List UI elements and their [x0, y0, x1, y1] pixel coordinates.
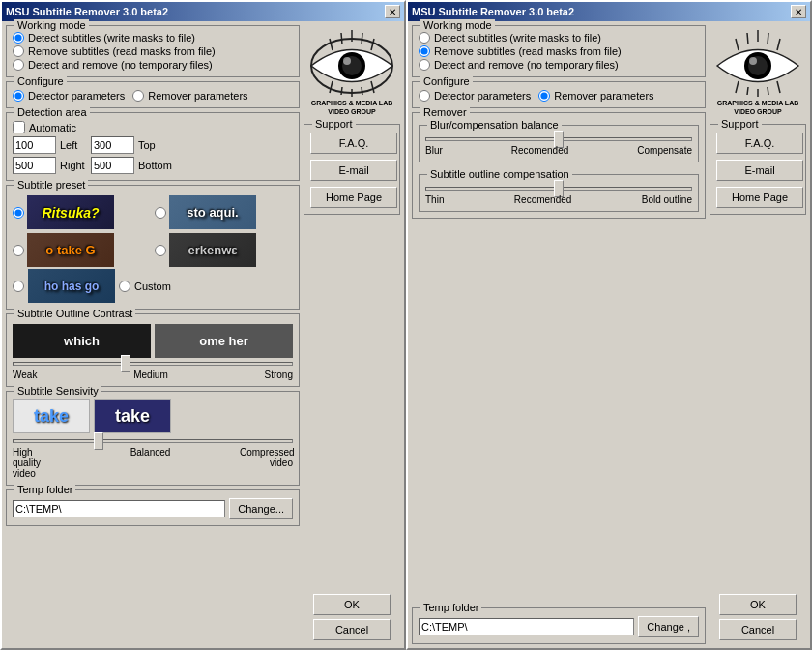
preset-radio-4[interactable]	[155, 245, 166, 256]
right-detect-label: Detect subtitles (write masks to file)	[434, 32, 601, 44]
right-change-button[interactable]: Change ,	[638, 616, 699, 637]
right-temp-folder-input[interactable]	[419, 618, 634, 635]
right-blur-balance-title: Blur/compensation balance	[427, 119, 562, 131]
right-support-title: Support	[718, 118, 762, 130]
left-contrast-slider[interactable]	[13, 362, 293, 366]
preset-thumb-2[interactable]: sto aqui.	[169, 195, 256, 229]
right-ok-button[interactable]: OK	[719, 594, 797, 615]
left-coord-bottom-input[interactable]: 500	[91, 157, 134, 174]
right-remover-radio-label[interactable]: Remover parameters	[538, 90, 653, 102]
preset-thumb-1[interactable]: Ritsuka?	[27, 195, 114, 229]
right-support-group: Support F.A.Q. E-mail Home Page	[710, 124, 806, 215]
left-temp-folder-group: Temp folder Change...	[6, 489, 300, 526]
left-automatic-checkbox-label[interactable]: Automatic	[13, 121, 293, 133]
right-close-button[interactable]: ✕	[791, 5, 806, 18]
preset-radio-5[interactable]	[13, 281, 24, 292]
left-detect-label: Detect subtitles (write masks to file)	[28, 32, 195, 44]
left-faq-button[interactable]: F.A.Q.	[310, 133, 397, 154]
left-remove-label: Remove subtitles (read masks from file)	[28, 45, 216, 57]
preset-item-3: o take G	[13, 233, 151, 267]
svg-line-21	[777, 39, 780, 50]
left-detect-radio[interactable]	[13, 32, 24, 44]
left-logo-icon	[308, 29, 395, 97]
right-configure-title: Configure	[420, 75, 473, 87]
left-coord-right-input[interactable]: 500	[13, 157, 56, 174]
preset-radio-2[interactable]	[155, 207, 166, 219]
left-detector-radio[interactable]	[13, 90, 24, 102]
left-contrast-group: Subtitle Outline Contrast which ome her …	[6, 313, 300, 387]
right-faq-button[interactable]: F.A.Q.	[716, 133, 803, 154]
left-configure-title: Configure	[14, 75, 67, 87]
left-cancel-button[interactable]: Cancel	[313, 619, 391, 640]
left-close-button[interactable]: ✕	[385, 5, 400, 18]
left-coord-top-input[interactable]: 300	[91, 136, 134, 154]
left-automatic-checkbox[interactable]	[13, 121, 25, 133]
left-right-label: Right	[60, 160, 87, 171]
left-email-button[interactable]: E-mail	[310, 160, 397, 181]
right-detect-radio[interactable]	[419, 32, 430, 44]
preset-item-1: Ritsuka?	[13, 195, 151, 229]
preset-thumb-3[interactable]: o take G	[27, 233, 114, 267]
left-working-mode-group: Working mode Detect subtitles (write mas…	[6, 25, 300, 77]
right-cancel-button[interactable]: Cancel	[719, 619, 797, 640]
right-detect-remove-radio[interactable]	[419, 59, 430, 71]
svg-line-23	[747, 87, 748, 95]
left-detect-remove-radio[interactable]	[13, 59, 24, 71]
right-temp-folder-group: Temp folder Change ,	[412, 607, 706, 644]
preset-thumb-4[interactable]: erkenwε	[169, 233, 256, 267]
right-outline-comp-title: Subtitle outline compensation	[427, 168, 572, 180]
left-detection-area-title: Detection area	[14, 106, 90, 118]
right-detect-remove-radio-label[interactable]: Detect and remove (no temporary files)	[419, 59, 699, 71]
left-temp-folder-title: Temp folder	[14, 484, 75, 495]
left-title-text: MSU Subtitle Remover 3.0 beta2	[6, 6, 168, 17]
left-support-group: Support F.A.Q. E-mail Home Page	[304, 124, 400, 215]
right-remove-radio-label[interactable]: Remove subtitles (read masks from file)	[419, 45, 699, 57]
right-configure-group: Configure Detector parameters Remover pa…	[412, 81, 706, 108]
left-remover-radio-label[interactable]: Remover parameters	[132, 90, 247, 102]
left-sensivity-slider[interactable]	[13, 439, 293, 443]
right-logo-text: GRAPHICS & MEDIA LABVIDEO GROUP	[717, 99, 799, 116]
left-ok-button[interactable]: OK	[313, 594, 391, 615]
preset-thumb-text-5: ho has go	[44, 280, 100, 293]
left-detect-remove-radio-label[interactable]: Detect and remove (no temporary files)	[13, 59, 293, 71]
svg-line-17	[736, 39, 739, 50]
left-homepage-button[interactable]: Home Page	[310, 187, 397, 208]
left-remove-radio[interactable]	[13, 45, 24, 57]
left-remove-radio-label[interactable]: Remove subtitles (read masks from file)	[13, 45, 293, 57]
right-blur-slider[interactable]	[425, 137, 692, 141]
right-remove-radio[interactable]	[419, 45, 430, 57]
left-change-button[interactable]: Change...	[229, 498, 293, 519]
contrast-label-medium: Medium	[133, 369, 168, 380]
svg-line-5	[341, 33, 342, 44]
blur-label-blur: Blur	[425, 145, 443, 156]
left-detect-remove-label: Detect and remove (no temporary files)	[28, 59, 213, 71]
preset-radio-1[interactable]	[13, 207, 24, 219]
right-outline-slider[interactable]	[425, 187, 692, 191]
preset-radio-custom[interactable]	[119, 281, 130, 292]
sensivity-thumb-left: take	[13, 399, 90, 433]
svg-line-9	[330, 81, 333, 93]
preset-radio-3[interactable]	[13, 245, 24, 256]
left-remover-radio[interactable]	[132, 90, 144, 102]
right-email-button[interactable]: E-mail	[716, 160, 803, 181]
left-detect-radio-label[interactable]: Detect subtitles (write masks to file)	[13, 32, 293, 44]
left-left-label: Left	[60, 139, 87, 151]
right-detector-radio[interactable]	[419, 90, 430, 102]
svg-line-13	[371, 81, 374, 93]
svg-line-26	[777, 81, 780, 93]
left-subtitle-preset-title: Subtitle preset	[14, 179, 88, 191]
left-coord-left-input[interactable]: 100	[13, 136, 56, 154]
sens-label-hq: High qualityvideo	[13, 447, 61, 479]
svg-line-8	[371, 39, 374, 50]
sensivity-text-left: take	[34, 406, 69, 427]
left-temp-folder-input[interactable]	[13, 500, 225, 517]
left-support-title: Support	[312, 118, 356, 130]
right-remover-radio[interactable]	[538, 90, 550, 102]
left-detector-radio-label[interactable]: Detector parameters	[13, 90, 125, 102]
contrast-thumb-dark: which	[13, 324, 151, 358]
right-detect-radio-label[interactable]: Detect subtitles (write masks to file)	[419, 32, 699, 44]
svg-line-4	[330, 39, 333, 50]
preset-thumb-5[interactable]: ho has go	[28, 269, 115, 303]
right-detector-radio-label[interactable]: Detector parameters	[419, 90, 531, 102]
right-homepage-button[interactable]: Home Page	[716, 187, 803, 208]
